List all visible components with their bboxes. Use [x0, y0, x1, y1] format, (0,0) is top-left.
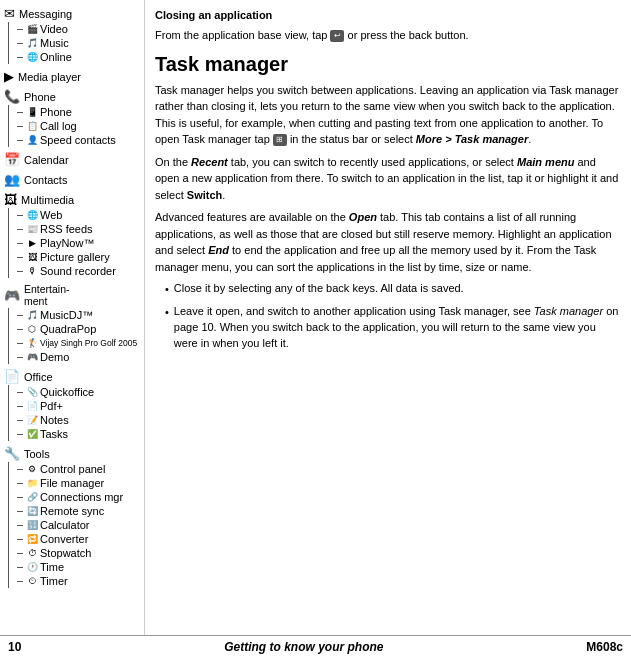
sub-notes-label: Notes: [40, 414, 69, 426]
time-icon: 🕐: [26, 561, 38, 573]
messaging-header[interactable]: ✉ Messaging: [4, 6, 140, 21]
sub-controlpanel[interactable]: ⚙ Control panel: [17, 462, 123, 476]
calllog-icon: 📋: [26, 120, 38, 132]
timer-icon: ⏲: [26, 575, 38, 587]
multimedia-header[interactable]: 🖼 Multimedia: [4, 192, 140, 207]
main-menu-label: Main menu: [517, 156, 574, 168]
sub-speedcontacts-label: Speed contacts: [40, 134, 116, 146]
sub-playnow[interactable]: ▶ PlayNow™: [17, 236, 116, 250]
notes-icon: 📝: [26, 414, 38, 426]
task-manager-ref: Task manager: [534, 305, 603, 317]
sub-playnow-label: PlayNow™: [40, 237, 94, 249]
sub-phone-label: Phone: [40, 106, 72, 118]
office-label: Office: [24, 371, 53, 383]
entertainment-header[interactable]: 🎮 Entertain-ment: [4, 283, 140, 307]
sub-phone[interactable]: 📱 Phone: [17, 105, 116, 119]
sub-calllog-label: Call log: [40, 120, 77, 132]
phone-tree: 📱 Phone 📋 Call log 👤 Speed contacts: [4, 105, 140, 147]
switch-label: Switch: [187, 189, 222, 201]
sub-stopwatch-label: Stopwatch: [40, 547, 91, 559]
group-contacts: 👥 Contacts: [4, 172, 140, 187]
sub-online[interactable]: 🌐 Online: [17, 50, 72, 64]
phone-subitems: 📱 Phone 📋 Call log 👤 Speed contacts: [17, 105, 116, 147]
sub-web[interactable]: 🌐 Web: [17, 208, 116, 222]
music-icon: 🎵: [26, 37, 38, 49]
sub-time-label: Time: [40, 561, 64, 573]
sub-rss[interactable]: 📰 RSS feeds: [17, 222, 116, 236]
messaging-label: Messaging: [19, 8, 72, 20]
office-tree: 📎 Quickoffice 📄 Pdf+ 📝 Notes ✅ Tasks: [4, 385, 140, 441]
calendar-header[interactable]: 📅 Calendar: [4, 152, 140, 167]
sub-stopwatch[interactable]: ⏱ Stopwatch: [17, 546, 123, 560]
multimedia-icon: 🖼: [4, 192, 17, 207]
multimedia-branch: [4, 208, 14, 278]
sub-pdf[interactable]: 📄 Pdf+: [17, 399, 94, 413]
sub-notes[interactable]: 📝 Notes: [17, 413, 94, 427]
entertainment-label: Entertain-ment: [24, 283, 70, 307]
sub-musicdj[interactable]: 🎵 MusicDJ™: [17, 308, 137, 322]
sub-demo-label: Demo: [40, 351, 69, 363]
sub-quadrapop[interactable]: ⬡ QuadraPop: [17, 322, 137, 336]
playnow-icon: ▶: [26, 237, 38, 249]
entertainment-subitems: 🎵 MusicDJ™ ⬡ QuadraPop 🏌 Vijay Singh Pro…: [17, 308, 137, 364]
sub-rss-label: RSS feeds: [40, 223, 93, 235]
sub-calllog[interactable]: 📋 Call log: [17, 119, 116, 133]
office-branch: [4, 385, 14, 441]
sub-quickoffice[interactable]: 📎 Quickoffice: [17, 385, 94, 399]
back-icon: ↩: [330, 30, 344, 42]
sub-picturegallery-label: Picture gallery: [40, 251, 110, 263]
sub-vijay[interactable]: 🏌 Vijay Singh Pro Golf 2005: [17, 336, 137, 350]
tools-header[interactable]: 🔧 Tools: [4, 446, 140, 461]
sub-tasks[interactable]: ✅ Tasks: [17, 427, 94, 441]
group-tools: 🔧 Tools ⚙ Control panel 📁 File manager 🔗: [4, 446, 140, 588]
rss-icon: 📰: [26, 223, 38, 235]
group-messaging: ✉ Messaging 🎬 Video 🎵 Music 🌐: [4, 6, 140, 64]
video-icon: 🎬: [26, 23, 38, 35]
sub-soundrecorder[interactable]: 🎙 Sound recorder: [17, 264, 116, 278]
tools-branch: [4, 462, 14, 588]
sub-video[interactable]: 🎬 Video: [17, 22, 72, 36]
taskmanager-icon: ⊞: [273, 134, 287, 146]
sub-demo[interactable]: 🎮 Demo: [17, 350, 137, 364]
tools-label: Tools: [24, 448, 50, 460]
mediaplayer-header[interactable]: ▶ Media player: [4, 69, 140, 84]
contacts-icon: 👥: [4, 172, 20, 187]
connections-icon: 🔗: [26, 491, 38, 503]
sub-connections[interactable]: 🔗 Connections mgr: [17, 490, 123, 504]
contacts-header[interactable]: 👥 Contacts: [4, 172, 140, 187]
sub-calculator[interactable]: 🔢 Calculator: [17, 518, 123, 532]
tasks-icon: ✅: [26, 428, 38, 440]
closing-heading: Closing an application: [155, 8, 621, 24]
task-manager-title: Task manager: [155, 52, 621, 76]
sub-speedcontacts[interactable]: 👤 Speed contacts: [17, 133, 116, 147]
recent-tab-label: Recent: [191, 156, 228, 168]
controlpanel-icon: ⚙: [26, 463, 38, 475]
phone-header[interactable]: 📞 Phone: [4, 89, 140, 104]
mediaplayer-icon: ▶: [4, 69, 14, 84]
sub-timer[interactable]: ⏲ Timer: [17, 574, 123, 588]
sub-video-label: Video: [40, 23, 68, 35]
sub-picturegallery[interactable]: 🖼 Picture gallery: [17, 250, 116, 264]
sub-quadrapop-label: QuadraPop: [40, 323, 96, 335]
sub-converter-label: Converter: [40, 533, 88, 545]
pdf-icon: 📄: [26, 400, 38, 412]
sub-time[interactable]: 🕐 Time: [17, 560, 123, 574]
messaging-tree: 🎬 Video 🎵 Music 🌐 Online: [4, 22, 140, 64]
closing-text: From the application base view, tap ↩ or…: [155, 28, 621, 44]
tools-tree: ⚙ Control panel 📁 File manager 🔗 Connect…: [4, 462, 140, 588]
messaging-icon: ✉: [4, 6, 15, 21]
phone-label: Phone: [24, 91, 56, 103]
office-header[interactable]: 📄 Office: [4, 369, 140, 384]
sub-quickoffice-label: Quickoffice: [40, 386, 94, 398]
sub-soundrecorder-label: Sound recorder: [40, 265, 116, 277]
sub-music[interactable]: 🎵 Music: [17, 36, 72, 50]
sub-filemanager-label: File manager: [40, 477, 104, 489]
entertainment-branch: [4, 308, 14, 364]
open-tab-label: Open: [349, 211, 377, 223]
soundrecorder-icon: 🎙: [26, 265, 38, 277]
sub-web-label: Web: [40, 209, 62, 221]
mediaplayer-label: Media player: [18, 71, 81, 83]
sub-remotesync[interactable]: 🔄 Remote sync: [17, 504, 123, 518]
sub-converter[interactable]: 🔁 Converter: [17, 532, 123, 546]
sub-filemanager[interactable]: 📁 File manager: [17, 476, 123, 490]
